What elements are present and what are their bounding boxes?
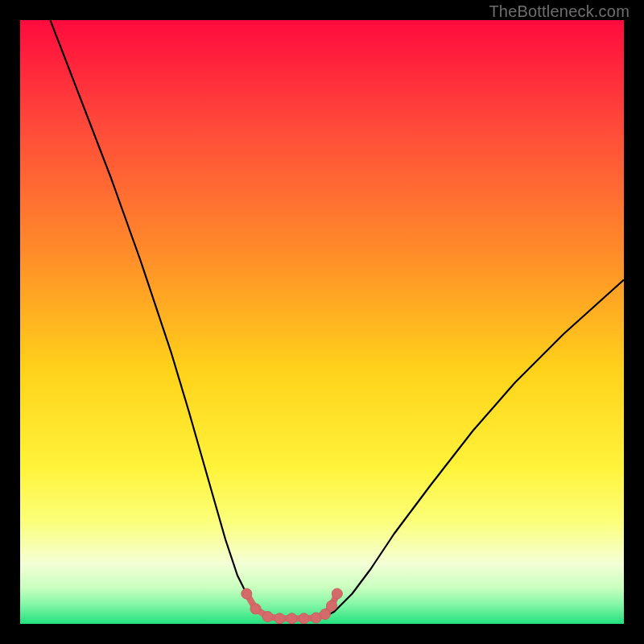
trough-marker bbox=[275, 613, 285, 624]
plot-area bbox=[20, 20, 624, 624]
gradient-background bbox=[20, 20, 624, 624]
trough-marker bbox=[262, 612, 273, 622]
chart-frame: TheBottleneck.com bbox=[0, 0, 644, 644]
trough-marker bbox=[299, 613, 309, 624]
trough-marker bbox=[242, 588, 252, 599]
trough-marker bbox=[332, 588, 342, 599]
bottleneck-chart bbox=[20, 20, 624, 624]
trough-marker bbox=[327, 601, 337, 611]
watermark-text: TheBottleneck.com bbox=[489, 2, 630, 21]
trough-marker bbox=[250, 604, 261, 614]
trough-marker bbox=[287, 613, 297, 624]
